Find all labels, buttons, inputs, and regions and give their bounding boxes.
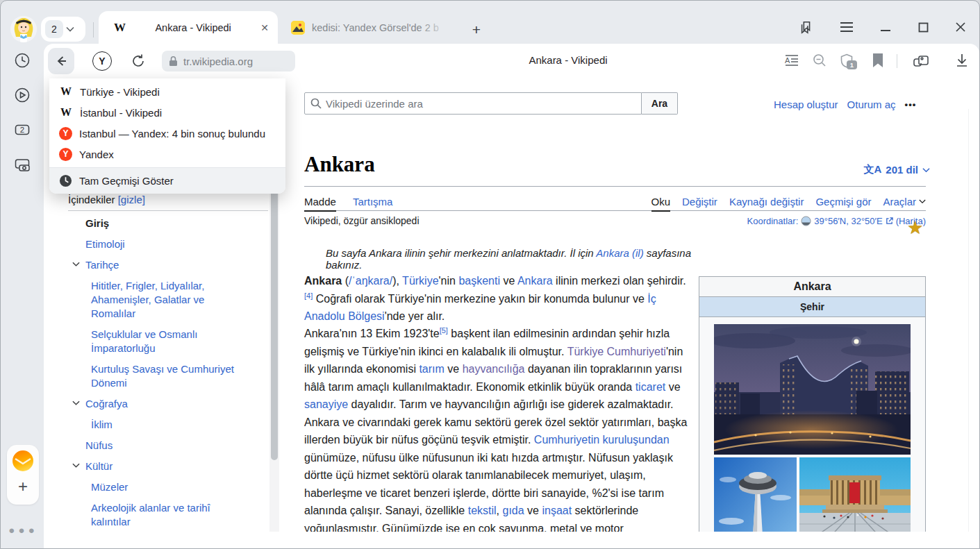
login-link[interactable]: Oturum aç bbox=[847, 99, 896, 110]
maximize-icon[interactable] bbox=[915, 19, 931, 35]
inline-link[interactable]: Cumhuriyetin kuruluşundan bbox=[534, 434, 670, 446]
toc-item[interactable]: İklim bbox=[68, 418, 251, 432]
toc-items: GirişEtimolojiTarihçeHititler, Frigler, … bbox=[68, 217, 268, 529]
history-item[interactable]: WTürkiye - Vikipedi bbox=[49, 81, 285, 102]
close-window-icon[interactable] bbox=[952, 19, 969, 35]
create-account-link[interactable]: Hesap oluştur bbox=[774, 99, 838, 110]
toc-item[interactable]: Tarihçe bbox=[68, 258, 268, 272]
chevron-down-icon[interactable] bbox=[72, 262, 80, 267]
wiki-tab-araçlar[interactable]: Araçlar bbox=[883, 192, 926, 211]
inline-link[interactable]: Ankara bbox=[517, 275, 553, 287]
profile-avatar[interactable] bbox=[10, 16, 37, 42]
history-item[interactable]: YYandex bbox=[49, 144, 285, 164]
chevron-down-icon[interactable] bbox=[72, 463, 80, 468]
yandex-logo-icon[interactable]: Y bbox=[92, 51, 112, 71]
article-title: Ankara bbox=[304, 152, 375, 177]
wiki-search-box[interactable] bbox=[304, 92, 642, 115]
tab-ankara-vikipedi[interactable]: W Ankara - Vikipedi ✕ bbox=[99, 11, 278, 44]
toc-item-label: Giriş bbox=[85, 217, 109, 230]
history-icon[interactable] bbox=[14, 52, 31, 69]
bookmark-icon[interactable] bbox=[872, 53, 888, 69]
inline-link[interactable]: ticaret bbox=[636, 381, 666, 393]
site-tagline: Vikipedi, özgür ansiklopedi bbox=[304, 215, 420, 226]
minimize-icon[interactable] bbox=[877, 19, 894, 35]
history-item[interactable]: YIstanbul — Yandex: 4 bin sonuç bulundu bbox=[49, 123, 285, 144]
inline-link[interactable]: Türkiye bbox=[402, 275, 438, 287]
new-tab-button[interactable]: + bbox=[466, 19, 487, 40]
divider bbox=[304, 186, 926, 187]
toc-item[interactable]: Arkeolojik alanlar ve tarihî kalıntılar bbox=[68, 501, 251, 529]
toc-scrollbar-thumb[interactable] bbox=[271, 189, 278, 460]
wiki-search-button[interactable]: Ara bbox=[642, 92, 678, 115]
wiki-tab-label: Kaynağı değiştir bbox=[729, 196, 804, 208]
history-item[interactable]: Wİstanbul - Vikipedi bbox=[49, 102, 285, 123]
wiki-tab-değiştir[interactable]: Değiştir bbox=[682, 192, 717, 211]
back-button[interactable] bbox=[48, 48, 74, 74]
tab-kedisi-yandex-gorsel[interactable]: kedisi: Yandex Görsel'de 2 b bbox=[281, 11, 458, 44]
wiki-search-input[interactable] bbox=[326, 98, 636, 110]
wiki-tab-geçmişi-gör[interactable]: Geçmişi gör bbox=[815, 192, 871, 211]
toc-item-label: Arkeolojik alanlar ve tarihî kalıntılar bbox=[91, 501, 251, 529]
toc-hide-toggle[interactable]: [gizle] bbox=[118, 194, 145, 205]
yandex-app-icon[interactable] bbox=[13, 450, 33, 471]
infobox-image-atakule-tower[interactable] bbox=[714, 457, 797, 532]
tabs-count-icon[interactable]: 2 bbox=[14, 121, 31, 138]
inline-link[interactable]: sanayiye bbox=[304, 398, 348, 410]
chevron-down-icon[interactable] bbox=[66, 26, 74, 32]
featured-article-star-icon[interactable]: ★ bbox=[907, 217, 923, 239]
history-item-label: Türkiye - Vikipedi bbox=[80, 86, 160, 98]
vertical-scrollbar[interactable] bbox=[968, 109, 969, 532]
language-selector[interactable]: 文A 201 dil bbox=[811, 163, 930, 176]
toc-item[interactable]: Giriş bbox=[68, 217, 268, 230]
toc-item[interactable]: Etimoloji bbox=[68, 237, 268, 251]
text-run: ve bbox=[445, 363, 463, 375]
protect-shield-icon[interactable]: 1 bbox=[838, 53, 855, 69]
wiki-tab-oku[interactable]: Oku bbox=[651, 192, 671, 211]
toc-item[interactable]: Hititler, Frigler, Lidyalılar, Ahamenişl… bbox=[68, 279, 251, 321]
toc-item[interactable]: Coğrafya bbox=[68, 397, 268, 411]
reload-icon[interactable] bbox=[130, 53, 147, 69]
screenshot-icon[interactable] bbox=[14, 156, 31, 173]
inline-link[interactable]: [4] bbox=[304, 291, 313, 299]
inline-link[interactable]: gıda bbox=[502, 505, 524, 516]
toc-item-label: Tarihçe bbox=[85, 258, 119, 272]
inline-link[interactable]: Ankara (il) bbox=[596, 247, 643, 259]
inline-link[interactable]: Türkiye Cumhuriyeti bbox=[567, 346, 666, 357]
menu-icon[interactable] bbox=[838, 19, 855, 35]
player-icon[interactable] bbox=[14, 87, 31, 103]
infobox-image-skyline-night[interactable] bbox=[714, 324, 911, 455]
inline-link[interactable]: tarım bbox=[419, 363, 444, 375]
close-tab-icon[interactable]: ✕ bbox=[260, 22, 269, 33]
toc-item[interactable]: Kurtuluş Savaşı ve Cumhuriyet Dönemi bbox=[68, 362, 251, 390]
zoom-icon[interactable] bbox=[812, 53, 829, 69]
wiki-tab-tartışma[interactable]: Tartışma bbox=[353, 192, 393, 211]
more-menu-icon[interactable]: ••• bbox=[905, 99, 917, 110]
wiki-tab-kaynağı-değiştir[interactable]: Kaynağı değiştir bbox=[729, 192, 804, 211]
collections-icon[interactable] bbox=[912, 53, 929, 69]
tab-group-chip[interactable]: 2 bbox=[41, 17, 85, 42]
infobox-image-anitkabir[interactable] bbox=[799, 457, 911, 532]
address-bar[interactable]: tr.wikipedia.org bbox=[162, 51, 295, 71]
tabs-panel-icon[interactable] bbox=[798, 19, 815, 35]
inline-link[interactable]: [5] bbox=[440, 326, 448, 335]
toc-scrollbar[interactable] bbox=[269, 189, 279, 532]
inline-link[interactable]: /ˈaŋkara/ bbox=[349, 275, 392, 287]
toc-item[interactable]: Kültür bbox=[68, 459, 268, 473]
toc-item[interactable]: Selçuklular ve Osmanlı İmparatorluğu bbox=[68, 328, 251, 355]
reader-mode-icon[interactable]: A bbox=[784, 53, 801, 69]
download-icon[interactable] bbox=[955, 53, 972, 69]
inline-link[interactable]: tekstil bbox=[468, 505, 497, 516]
inline-link[interactable]: hayvancılığa bbox=[463, 363, 525, 375]
toc-item[interactable]: Müzeler bbox=[68, 480, 251, 494]
more-options-icon[interactable]: ● ● ● bbox=[1, 524, 44, 536]
chevron-down-icon[interactable] bbox=[72, 400, 80, 406]
toc-item-label: Coğrafya bbox=[85, 397, 128, 411]
inline-link[interactable]: inşaat bbox=[542, 505, 572, 516]
toc-item[interactable]: Nüfus bbox=[68, 439, 268, 453]
show-full-history-item[interactable]: Tam Geçmişi Göster bbox=[49, 168, 285, 194]
coordinates-label[interactable]: Koordinatlar: bbox=[747, 216, 799, 226]
add-widget-icon[interactable]: + bbox=[7, 477, 39, 496]
inline-link[interactable]: başkenti bbox=[458, 275, 500, 287]
coordinates-value[interactable]: 39°56′N, 32°50′E bbox=[814, 216, 882, 226]
wiki-tab-madde[interactable]: Madde bbox=[304, 192, 336, 211]
